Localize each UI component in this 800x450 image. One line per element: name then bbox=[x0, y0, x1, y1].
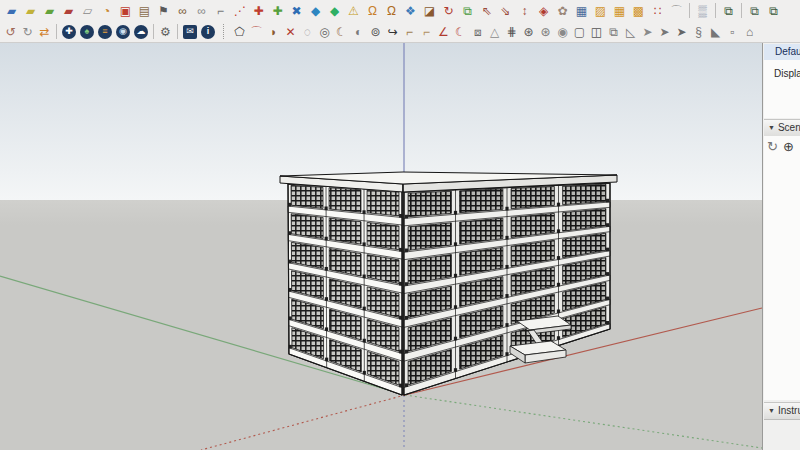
circle-globe-icon[interactable]: ◉ bbox=[116, 25, 130, 39]
binoculars-icon[interactable]: ∞ bbox=[173, 2, 192, 20]
cross-red-icon[interactable]: ✚ bbox=[249, 2, 268, 20]
collapse-triangle-icon: ▼ bbox=[768, 124, 775, 131]
curved-arrow-icon[interactable]: ↪ bbox=[384, 23, 401, 41]
spiral-ramp-icon[interactable]: § bbox=[690, 23, 707, 41]
face-style-wireframe-icon[interactable]: ▱ bbox=[78, 2, 97, 20]
flower-lattice-icon[interactable]: ✿ bbox=[553, 2, 572, 20]
striped-wedge-icon[interactable]: ◣ bbox=[707, 23, 724, 41]
toolbar-separator bbox=[217, 24, 231, 39]
arc-nodes-red-icon[interactable]: ⌒ bbox=[248, 23, 265, 41]
cone-icon[interactable]: △ bbox=[486, 23, 503, 41]
sketchup-window: { "toolbar": { "rows": [ [ {"n":"face-st… bbox=[0, 0, 800, 450]
columns-icon[interactable]: ⋕ bbox=[503, 23, 520, 41]
shell-curl-brown-icon[interactable]: ☾ bbox=[333, 23, 350, 41]
pie-orange-icon[interactable]: ◔ bbox=[97, 2, 116, 20]
box-arrow-2-icon[interactable]: ⇘ bbox=[496, 2, 515, 20]
display-label: Display: bbox=[774, 68, 800, 79]
component-stack-1-icon[interactable]: ⧉ bbox=[719, 2, 738, 20]
lattice-sphere-2-icon[interactable]: ⊛ bbox=[537, 23, 554, 41]
circle-cloud-icon[interactable]: ☁ bbox=[134, 25, 148, 39]
lattice-sphere-1-icon[interactable]: ⊛ bbox=[520, 23, 537, 41]
circle-tree-icon[interactable]: ♠ bbox=[80, 25, 94, 39]
path-nodes-red-icon[interactable]: ⋰ bbox=[230, 2, 249, 20]
glasses-icon[interactable]: ∞ bbox=[192, 2, 211, 20]
asterisk-blue-icon[interactable]: ✖ bbox=[287, 2, 306, 20]
marker-blue-icon[interactable]: ◆ bbox=[306, 2, 325, 20]
cross-green-icon[interactable]: ✚ bbox=[268, 2, 287, 20]
eye-box-icon[interactable]: ◫ bbox=[588, 23, 605, 41]
component-stack-2-icon[interactable]: ⧉ bbox=[745, 2, 764, 20]
component-green-icon[interactable]: ⧉ bbox=[458, 2, 477, 20]
slice-x-red-icon[interactable]: ✕ bbox=[282, 23, 299, 41]
add-scene-icon[interactable]: ⊕ bbox=[783, 140, 794, 153]
angle-ruler-1-icon[interactable]: ⌐ bbox=[401, 23, 418, 41]
red-x-marks-icon[interactable]: ∷ bbox=[648, 2, 667, 20]
scenes-content-area bbox=[764, 136, 800, 400]
face-style-green-icon[interactable]: ▰ bbox=[40, 2, 59, 20]
flag-icon[interactable]: ⚑ bbox=[154, 2, 173, 20]
dither-grid-icon[interactable]: ▒ bbox=[693, 2, 712, 20]
fan-planes-icon[interactable]: ⧉ bbox=[605, 23, 622, 41]
bucket-icon[interactable]: ◪ bbox=[420, 2, 439, 20]
arc-segment-icon[interactable]: ⌒ bbox=[667, 2, 686, 20]
polygon-nodes-icon[interactable]: ⬠ bbox=[231, 23, 248, 41]
shell-gray-icon[interactable]: ◐ bbox=[350, 23, 367, 41]
face-style-red-icon[interactable]: ▰ bbox=[59, 2, 78, 20]
mail-envelope-icon[interactable]: ✉ bbox=[183, 25, 197, 39]
rotate-red-icon[interactable]: ↻ bbox=[439, 2, 458, 20]
modeling-viewport[interactable] bbox=[0, 0, 800, 450]
shell-pair-outline-icon[interactable]: ◎ bbox=[316, 23, 333, 41]
angle-ruler-2-icon[interactable]: ⌐ bbox=[418, 23, 435, 41]
protractor-red-icon[interactable]: ∠ bbox=[435, 23, 452, 41]
horseshoe-arc-icon[interactable]: Ω bbox=[363, 2, 382, 20]
horseshoe-arc-2-icon[interactable]: Ω bbox=[382, 2, 401, 20]
settings-gear-icon[interactable]: ⚙ bbox=[157, 23, 174, 41]
instructor-section-header[interactable]: ▼Instructor bbox=[764, 402, 800, 420]
tray-title-bar: Default Tray bbox=[764, 44, 800, 61]
swap-arrows-icon[interactable]: ⇄ bbox=[36, 23, 53, 41]
material-swatch-icon[interactable]: ▣ bbox=[116, 2, 135, 20]
circle-add-icon[interactable]: ✚ bbox=[62, 25, 76, 39]
cube-grid-icon[interactable]: ⧈ bbox=[469, 23, 486, 41]
paper-plane-1-icon[interactable]: ➤ bbox=[639, 23, 656, 41]
instructor-section-label: Instructor bbox=[778, 405, 800, 416]
orbit-forward-icon[interactable]: ↻ bbox=[19, 23, 36, 41]
compass-star-icon[interactable]: ❖ bbox=[401, 2, 420, 20]
striped-box-icon[interactable]: ▤ bbox=[135, 2, 154, 20]
warning-triangle-icon[interactable]: ⚠ bbox=[344, 2, 363, 20]
house-frame-icon[interactable]: ⌂ bbox=[741, 23, 758, 41]
wire-box-blue-icon[interactable]: ▦ bbox=[572, 2, 591, 20]
paper-plane-2-icon[interactable]: ➤ bbox=[656, 23, 673, 41]
scenes-section-header[interactable]: ▼Scenes bbox=[764, 119, 800, 137]
collapse-triangle-icon: ▼ bbox=[768, 407, 775, 414]
boar-outline-icon[interactable]: ⊚ bbox=[367, 23, 384, 41]
refresh-scene-icon[interactable]: ↻ bbox=[767, 140, 778, 153]
info-circle-icon[interactable]: i bbox=[201, 25, 215, 39]
marker-green-icon[interactable]: ◆ bbox=[325, 2, 344, 20]
toolbar-separator bbox=[53, 24, 60, 39]
ramp-wedge-icon[interactable]: ◺ bbox=[622, 23, 639, 41]
grid-square-2x2-icon[interactable]: ▦ bbox=[610, 2, 629, 20]
grab-hand-icon[interactable]: ◉ bbox=[554, 23, 571, 41]
box-arrow-1-icon[interactable]: ⇖ bbox=[477, 2, 496, 20]
sandbox-hand-icon[interactable]: ◗ bbox=[265, 23, 282, 41]
box-arrow-3-icon[interactable]: ↕ bbox=[515, 2, 534, 20]
toolbar-separator bbox=[174, 24, 181, 39]
circle-layers-icon[interactable]: ≡ bbox=[98, 25, 112, 39]
orbit-back-icon[interactable]: ↺ bbox=[2, 23, 19, 41]
blade-red-icon[interactable]: ☾ bbox=[452, 23, 469, 41]
elbow-tool-icon[interactable]: ⌐ bbox=[211, 2, 230, 20]
diamond-red-icon[interactable]: ◈ bbox=[534, 2, 553, 20]
face-style-yellow-icon[interactable]: ▰ bbox=[21, 2, 40, 20]
rounded-box-icon[interactable]: ▢ bbox=[571, 23, 588, 41]
shell-outline-icon[interactable]: ◌ bbox=[299, 23, 316, 41]
hatch-square-orange-icon[interactable]: ▨ bbox=[591, 2, 610, 20]
scenes-section-label: Scenes bbox=[778, 122, 800, 133]
component-stack-3-icon[interactable]: ⧉ bbox=[764, 2, 783, 20]
grid-square-3x3-icon[interactable]: ▩ bbox=[629, 2, 648, 20]
paper-plane-3-icon[interactable]: ➤ bbox=[673, 23, 690, 41]
toolbar-separator bbox=[712, 3, 719, 18]
face-style-shaded-blue-icon[interactable]: ▰ bbox=[2, 2, 21, 20]
small-box-icon[interactable]: ▫ bbox=[724, 23, 741, 41]
toolbar-row-1: ▰▰▰▰▱◔▣▤⚑∞∞⌐⋰✚✚✖◆◆⚠ΩΩ❖◪↻⧉⇖⇘↕◈✿▦▨▦▩∷⌒▒⧉⧉⧉ bbox=[0, 0, 800, 21]
